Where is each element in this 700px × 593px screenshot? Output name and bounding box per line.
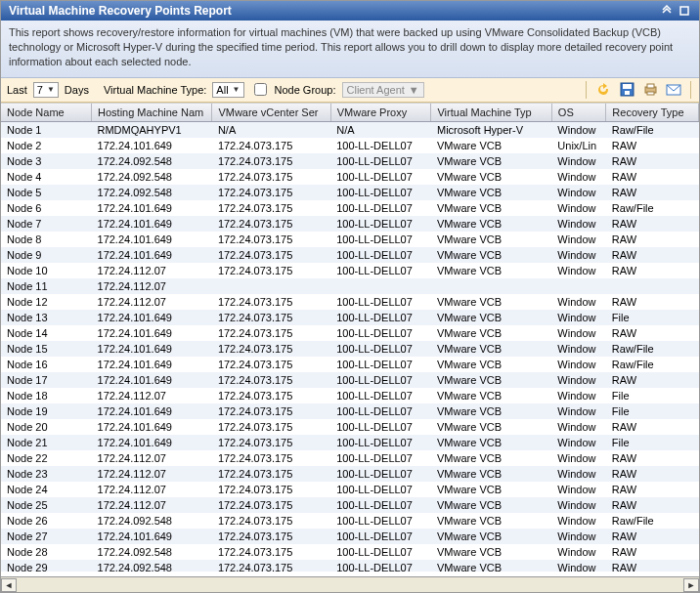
cell-rtype: RAW	[606, 263, 699, 278]
table-row[interactable]: Node 9172.24.101.649172.24.073.175100-LL…	[1, 247, 699, 263]
cell-vmtype: VMware VCB	[431, 372, 551, 388]
email-icon[interactable]	[665, 81, 682, 99]
cell-proxy: 100-LL-DELL07	[330, 341, 431, 357]
table-row[interactable]: Node 6172.24.101.649172.24.073.175100-LL…	[1, 200, 699, 216]
table-row[interactable]: Node 4172.24.092.548172.24.073.175100-LL…	[1, 169, 699, 185]
cell-vmtype: VMware VCB	[431, 247, 551, 263]
cell-vmtype	[431, 278, 551, 294]
cell-os: Window	[551, 153, 606, 169]
scroll-right-icon[interactable]: ►	[683, 578, 699, 592]
chevron-down-icon: ▼	[409, 84, 419, 96]
vm-type-select[interactable]: All ▼	[212, 82, 243, 98]
cell-os: Window	[551, 513, 606, 529]
cell-host: 172.24.112.07	[92, 450, 212, 466]
node-group-checkbox[interactable]	[254, 83, 267, 96]
table-row[interactable]: Node 2172.24.101.649172.24.073.175100-LL…	[1, 138, 699, 153]
table-row[interactable]: Node 25172.24.112.07172.24.073.175100-LL…	[1, 497, 699, 513]
col-os[interactable]: OS	[551, 104, 606, 122]
table-row[interactable]: Node 28172.24.092.548172.24.073.175100-L…	[1, 544, 699, 560]
cell-vcenter: 172.24.073.175	[212, 153, 330, 169]
table-row[interactable]: Node 20172.24.101.649172.24.073.175100-L…	[1, 419, 699, 435]
close-icon[interactable]	[678, 4, 691, 18]
titlebar: Virtual Machine Recovery Points Report	[1, 1, 699, 21]
table-row[interactable]: Node 14172.24.101.649172.24.073.175100-L…	[1, 325, 699, 341]
cell-vmtype: VMware VCB	[431, 232, 551, 247]
cell-vmtype: VMware VCB	[431, 341, 551, 357]
save-icon[interactable]	[618, 81, 635, 99]
table-row[interactable]: Node 26172.24.092.548172.24.073.175100-L…	[1, 513, 699, 529]
table-row[interactable]: Node 24172.24.112.07172.24.073.175100-LL…	[1, 482, 699, 497]
cell-os: Window	[551, 450, 606, 466]
cell-os: Window	[551, 169, 606, 185]
table-row[interactable]: Node 21172.24.101.649172.24.073.175100-L…	[1, 435, 699, 450]
cell-vmtype: VMware VCB	[431, 263, 551, 278]
separator	[586, 81, 587, 99]
table-row[interactable]: Node 19172.24.101.649172.24.073.175100-L…	[1, 403, 699, 419]
cell-vmtype: VMware VCB	[431, 466, 551, 482]
cell-host: 172.24.101.649	[92, 372, 212, 388]
cell-vmtype: VMware VCB	[431, 294, 551, 310]
table-row[interactable]: Node 17172.24.101.649172.24.073.175100-L…	[1, 372, 699, 388]
table-body: Node 1RMDMQAHYPV1N/AN/AMicrosoft Hyper-V…	[1, 121, 699, 572]
cell-proxy: 100-LL-DELL07	[330, 497, 431, 513]
cell-node: Node 27	[1, 529, 92, 544]
table-row[interactable]: Node 11172.24.112.07	[1, 278, 699, 294]
table-row[interactable]: Node 10172.24.112.07172.24.073.175100-LL…	[1, 263, 699, 278]
cell-vcenter: 172.24.073.175	[212, 169, 330, 185]
cell-proxy: 100-LL-DELL07	[330, 560, 431, 572]
cell-vmtype: VMware VCB	[431, 325, 551, 341]
cell-node: Node 23	[1, 466, 92, 482]
cell-host: 172.24.112.07	[92, 466, 212, 482]
collapse-icon[interactable]	[660, 4, 674, 18]
cell-host: 172.24.112.07	[92, 278, 212, 294]
cell-os: Window	[551, 388, 606, 403]
cell-node: Node 11	[1, 278, 92, 294]
col-proxy[interactable]: VMware Proxy	[330, 104, 431, 122]
table-row[interactable]: Node 22172.24.112.07172.24.073.175100-LL…	[1, 450, 699, 466]
cell-os: Window	[551, 435, 606, 450]
svg-rect-5	[647, 84, 654, 88]
col-recovery-type[interactable]: Recovery Type	[606, 104, 699, 122]
col-vm-type[interactable]: Virtual Machine Typ	[431, 104, 551, 122]
cell-host: 172.24.112.07	[92, 497, 212, 513]
horizontal-scrollbar[interactable]: ◄ ►	[1, 576, 699, 592]
chevron-down-icon: ▼	[233, 85, 241, 94]
table-row[interactable]: Node 16172.24.101.649172.24.073.175100-L…	[1, 357, 699, 372]
refresh-icon[interactable]	[594, 81, 612, 99]
cell-node: Node 7	[1, 216, 92, 232]
table-row[interactable]: Node 8172.24.101.649172.24.073.175100-LL…	[1, 232, 699, 247]
cell-os: Window	[551, 216, 606, 232]
table-row[interactable]: Node 12172.24.112.07172.24.073.175100-LL…	[1, 294, 699, 310]
table-row[interactable]: Node 18172.24.112.07172.24.073.175100-LL…	[1, 388, 699, 403]
last-days-value: 7	[37, 84, 43, 96]
table-row[interactable]: Node 3172.24.092.548172.24.073.175100-LL…	[1, 153, 699, 169]
scroll-left-icon[interactable]: ◄	[1, 578, 17, 592]
col-hosting[interactable]: Hosting Machine Nam	[92, 104, 212, 122]
cell-host: 172.24.092.548	[92, 513, 212, 529]
cell-vmtype: VMware VCB	[431, 419, 551, 435]
cell-host: 172.24.092.548	[92, 544, 212, 560]
table-row[interactable]: Node 23172.24.112.07172.24.073.175100-LL…	[1, 466, 699, 482]
cell-vcenter: 172.24.073.175	[212, 513, 330, 529]
table-row[interactable]: Node 27172.24.101.649172.24.073.175100-L…	[1, 529, 699, 544]
node-group-select[interactable]: Client Agent ▼	[342, 82, 424, 98]
table-row[interactable]: Node 5172.24.092.548172.24.073.175100-LL…	[1, 185, 699, 200]
table-row[interactable]: Node 13172.24.101.649172.24.073.175100-L…	[1, 310, 699, 325]
cell-vcenter: 172.24.073.175	[212, 450, 330, 466]
last-days-select[interactable]: 7 ▼	[33, 82, 59, 98]
cell-host: 172.24.112.07	[92, 263, 212, 278]
print-icon[interactable]	[641, 81, 659, 99]
table-row[interactable]: Node 15172.24.101.649172.24.073.175100-L…	[1, 341, 699, 357]
cell-proxy: 100-LL-DELL07	[330, 185, 431, 200]
results-table-wrap[interactable]: Node Name Hosting Machine Nam VMware vCe…	[1, 103, 699, 572]
report-description: This report shows recovery/restore infor…	[1, 21, 699, 78]
table-row[interactable]: Node 29172.24.092.548172.24.073.175100-L…	[1, 560, 699, 572]
table-row[interactable]: Node 1RMDMQAHYPV1N/AN/AMicrosoft Hyper-V…	[1, 121, 699, 138]
col-vcenter[interactable]: VMware vCenter Ser	[212, 104, 330, 122]
cell-vmtype: VMware VCB	[431, 544, 551, 560]
col-node-name[interactable]: Node Name	[1, 104, 92, 122]
cell-os: Window	[551, 341, 606, 357]
table-row[interactable]: Node 7172.24.101.649172.24.073.175100-LL…	[1, 216, 699, 232]
cell-rtype: RAW	[606, 482, 699, 497]
cell-rtype: File	[606, 403, 699, 419]
